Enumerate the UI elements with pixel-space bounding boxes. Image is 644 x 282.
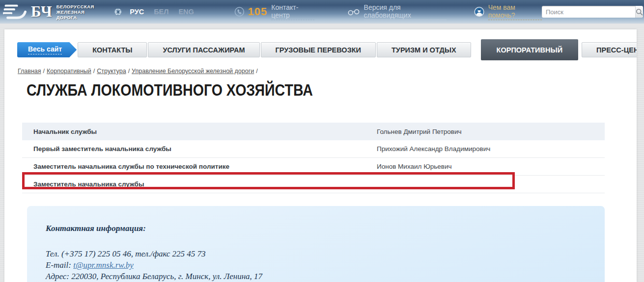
breadcrumb-link[interactable]: Управление Белорусской железной дороги	[132, 68, 254, 75]
table-row: Заместитель начальника службы по техниче…	[22, 158, 605, 176]
accessibility-version: Версия для слабовидящих	[348, 3, 447, 20]
contact-center-link[interactable]: Контакт-центр	[271, 3, 314, 20]
contact-info-block: Контактная информация: Тел. (+375 17) 22…	[27, 206, 605, 282]
railway-logo-icon	[3, 2, 30, 22]
language-switcher: РУС БЕЛ ENG	[130, 8, 204, 16]
table-row: Первый заместитель начальника службыПрих…	[22, 140, 605, 158]
lang-rus[interactable]: РУС	[130, 8, 144, 16]
content-panel: Весь сайтКОНТАКТЫУСЛУГИ ПАССАЖИРАМГРУЗОВ…	[4, 29, 637, 282]
breadcrumb-separator: /	[93, 68, 95, 75]
help-link[interactable]: Чем вам помочь?	[488, 3, 542, 20]
table-row: Начальник службыГольнев Дмитрий Петрович	[22, 123, 605, 140]
name-cell: Гольнев Дмитрий Петрович	[377, 128, 605, 135]
globe-icon	[114, 8, 122, 16]
logo-text: БЕЛОРУССКАЯ ЖЕЛЕЗНАЯ ДОРОГА	[56, 4, 104, 20]
search-box	[542, 6, 637, 18]
tab-label: Весь сайт	[28, 45, 62, 54]
phone-icon	[234, 6, 245, 17]
glasses-icon	[348, 8, 360, 16]
tab-label: УСЛУГИ ПАССАЖИРАМ	[163, 46, 245, 54]
site-logo[interactable]: БЧ БЕЛОРУССКАЯ ЖЕЛЕЗНАЯ ДОРОГА	[3, 2, 104, 22]
help-widget: Чем вам помочь?	[474, 3, 542, 20]
assistant-avatar-icon	[474, 6, 484, 17]
accessibility-link[interactable]: Версия для слабовидящих	[364, 3, 447, 20]
position-cell: Заместитель начальника службы по техниче…	[22, 163, 377, 170]
staff-rows: Начальник службыГольнев Дмитрий Петрович…	[22, 123, 605, 193]
logo-abbr: БЧ	[31, 3, 53, 21]
lang-bel[interactable]: БЕЛ	[154, 8, 168, 16]
position-cell: Начальник службы	[22, 128, 377, 135]
tab-label: КОРПОРАТИВНЫЙ	[497, 46, 563, 54]
contact-address-line: Адрес: 220030, Республика Беларусь, г. М…	[46, 271, 605, 282]
main-nav: Весь сайтКОНТАКТЫУСЛУГИ ПАССАЖИРАМГРУЗОВ…	[17, 39, 637, 60]
breadcrumb-link[interactable]: Главная	[18, 68, 41, 75]
page-title: СЛУЖБА ЛОКОМОТИВНОГО ХОЗЯЙСТВА	[27, 80, 313, 100]
contact-phone-number: 105	[248, 5, 268, 18]
breadcrumb-link[interactable]: Структура	[97, 68, 126, 75]
search-input[interactable]	[542, 6, 635, 18]
search-icon	[636, 8, 643, 16]
tab-passenger-services[interactable]: УСЛУГИ ПАССАЖИРАМ	[148, 42, 259, 57]
breadcrumb: Главная/Корпоративный/Структура/Управлен…	[18, 68, 260, 75]
breadcrumb-separator: /	[43, 68, 45, 75]
tab-freight[interactable]: ГРУЗОВЫЕ ПЕРЕВОЗКИ	[261, 42, 376, 57]
tab-label: КОНТАКТЫ	[92, 46, 132, 54]
contact-center: 105 Контакт-центр	[234, 3, 314, 20]
tab-tourism[interactable]: ТУРИЗМ И ОТДЫХ	[377, 42, 471, 57]
contact-title: Контактная информация:	[46, 224, 605, 233]
position-cell: Первый заместитель начальника службы	[22, 145, 377, 153]
name-cell: Прихожий Александр Владимирович	[377, 145, 605, 153]
tab-contacts[interactable]: КОНТАКТЫ	[78, 42, 147, 57]
tab-corporate[interactable]: КОРПОРАТИВНЫЙ	[481, 39, 579, 60]
tab-whole-site[interactable]: Весь сайт	[17, 42, 77, 57]
site-header: БЧ БЕЛОРУССКАЯ ЖЕЛЕЗНАЯ ДОРОГА РУС БЕЛ E…	[0, 0, 644, 24]
staff-table: Начальник службыГольнев Дмитрий Петрович…	[22, 123, 605, 193]
email-link[interactable]: t@upr.mnsk.rw.by	[73, 260, 134, 270]
email-label: E-mail:	[46, 260, 73, 270]
search-button[interactable]	[635, 6, 643, 18]
breadcrumb-separator: /	[128, 68, 130, 75]
tab-press-center[interactable]: ПРЕСС-ЦЕНТР	[582, 42, 637, 57]
position-cell: Заместитель начальника службы	[22, 180, 377, 188]
contact-email-line: E-mail: t@upr.mnsk.rw.by	[46, 259, 605, 271]
contact-phone-line: Тел. (+375 17) 225 05 46, тел./факс 225 …	[46, 248, 605, 259]
lang-eng[interactable]: ENG	[178, 8, 194, 16]
tab-label: ПРЕСС-ЦЕНТР	[596, 46, 637, 54]
table-row: Заместитель начальника службы	[22, 176, 605, 193]
tab-label: ГРУЗОВЫЕ ПЕРЕВОЗКИ	[276, 46, 361, 54]
breadcrumb-link[interactable]: Корпоративный	[47, 68, 91, 75]
name-cell: Ионов Михаил Юрьевич	[377, 163, 605, 170]
breadcrumb-separator: /	[256, 68, 257, 75]
tab-label: ТУРИЗМ И ОТДЫХ	[392, 46, 456, 54]
